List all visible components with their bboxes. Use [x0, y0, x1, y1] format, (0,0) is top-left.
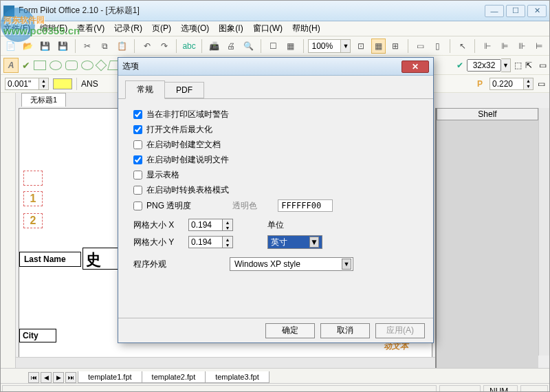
misc2-icon[interactable]: ⇱: [525, 61, 532, 70]
marker-box[interactable]: [23, 171, 43, 186]
diamond-shape-icon[interactable]: [96, 59, 107, 71]
p-input[interactable]: [490, 78, 524, 90]
roundrect-shape-icon[interactable]: [65, 61, 78, 70]
minimize-button[interactable]: —: [485, 5, 504, 17]
menu-image[interactable]: 图象(I): [219, 23, 243, 34]
size-input[interactable]: [467, 59, 501, 72]
chk-blank-doc[interactable]: [133, 140, 142, 149]
saveall-icon[interactable]: 💾: [56, 39, 70, 54]
vertical-scrollbar[interactable]: [538, 108, 549, 356]
grid-y-down[interactable]: ▼: [223, 242, 232, 248]
p-tool-icon[interactable]: ▭: [538, 79, 545, 89]
transp-color-value[interactable]: FFFFFF00: [278, 199, 333, 212]
tool-icon[interactable]: ☐: [266, 39, 280, 54]
menu-edit[interactable]: 编辑(E): [40, 23, 67, 34]
style-value: Windows XP style: [234, 259, 300, 269]
maximize-button[interactable]: ☐: [506, 5, 525, 17]
undo-icon[interactable]: ↶: [140, 39, 154, 54]
chk-show-grid[interactable]: [133, 171, 142, 179]
scan-icon[interactable]: 📠: [207, 39, 221, 54]
align3-icon[interactable]: ⊪: [515, 39, 529, 54]
grid-y-input[interactable]: [188, 236, 223, 248]
check-green-icon[interactable]: ✔: [22, 60, 30, 71]
unit-value: 英寸: [271, 237, 287, 248]
style-select[interactable]: Windows XP style ▼: [230, 257, 353, 271]
menu-record[interactable]: 记录(R): [114, 23, 142, 34]
grid-toggle-icon[interactable]: ▦: [371, 39, 386, 54]
chk-instructions[interactable]: [133, 155, 142, 164]
tab-prev-icon[interactable]: ◀: [41, 372, 52, 383]
redo-icon[interactable]: ↷: [157, 39, 171, 54]
menu-view[interactable]: 查看(V): [77, 23, 104, 34]
tab-first-icon[interactable]: ⏮: [28, 372, 39, 383]
align1-icon[interactable]: ⊩: [480, 39, 494, 54]
tab-last-icon[interactable]: ⏭: [65, 372, 76, 383]
menu-options[interactable]: 选项(O): [181, 23, 209, 34]
menu-help[interactable]: 帮助(H): [292, 23, 320, 34]
size-dropdown[interactable]: ▼: [501, 58, 511, 72]
status-message: [2, 385, 437, 393]
linewidth-down[interactable]: ▼: [39, 84, 48, 89]
chk-png-transparency[interactable]: [133, 202, 142, 210]
chk-grid-mode[interactable]: [133, 186, 142, 195]
transp-color-label: 透明色: [232, 200, 257, 212]
grid-y-up[interactable]: ▲: [223, 237, 232, 242]
zoom-input[interactable]: [308, 39, 341, 53]
file-tab-2[interactable]: template2.fpt: [142, 371, 206, 383]
grid-x-up[interactable]: ▲: [223, 219, 232, 225]
apply-button[interactable]: 应用(A): [375, 323, 425, 338]
menu-window[interactable]: 窗口(W): [253, 23, 283, 34]
tab-next-icon[interactable]: ▶: [53, 372, 64, 383]
ok-button[interactable]: 确定: [265, 323, 315, 338]
misc1-icon[interactable]: ⬚: [514, 61, 522, 70]
copy-icon[interactable]: ⧉: [98, 39, 112, 54]
p-up[interactable]: ▲: [524, 78, 533, 84]
grid-x-down[interactable]: ▼: [223, 225, 232, 230]
dialog-title: 选项: [122, 61, 402, 72]
align4-icon[interactable]: ⊨: [532, 39, 547, 54]
cut-icon[interactable]: ✂: [80, 39, 95, 54]
align2-icon[interactable]: ⊫: [498, 39, 512, 54]
dialog-titlebar[interactable]: 选项 ✕: [118, 58, 433, 76]
circle-shape-icon[interactable]: [81, 61, 94, 70]
menu-page[interactable]: 页(P): [152, 23, 171, 34]
snap-icon[interactable]: ⊞: [388, 39, 403, 54]
tab-pdf[interactable]: PDF: [164, 82, 204, 98]
chk-warn-label: 当在非打印区域时警告: [146, 109, 229, 120]
page-icon[interactable]: ▭: [413, 39, 428, 54]
document-tab[interactable]: 无标题1: [21, 93, 66, 107]
marker-2[interactable]: 2: [23, 213, 43, 228]
close-button[interactable]: ✕: [527, 5, 547, 17]
fill-icon[interactable]: ▦: [283, 39, 298, 54]
color-swatch[interactable]: [53, 78, 72, 89]
rect-shape-icon[interactable]: [34, 61, 46, 70]
print-icon[interactable]: 🖨: [224, 39, 239, 54]
unit-select[interactable]: 英寸 ▼: [267, 235, 322, 249]
linewidth-input[interactable]: [5, 78, 39, 90]
cancel-button[interactable]: 取消: [320, 323, 370, 338]
text-tool-icon[interactable]: A: [3, 58, 19, 73]
font-preview: ANS: [81, 79, 98, 89]
misc3-icon[interactable]: ▭: [539, 61, 547, 70]
horizontal-scrollbar[interactable]: [16, 357, 435, 368]
zoomfit-icon[interactable]: ⊡: [353, 39, 368, 54]
save-icon[interactable]: 💾: [38, 39, 52, 54]
ellipse-shape-icon[interactable]: [50, 61, 62, 70]
marker-1[interactable]: 1: [23, 191, 43, 206]
checkmark-icon[interactable]: ✔: [456, 61, 463, 70]
chk-maximize[interactable]: [133, 125, 142, 134]
file-tab-1[interactable]: template1.fpt: [78, 371, 142, 383]
page2-icon[interactable]: ▯: [430, 39, 445, 54]
pointer-icon[interactable]: ↖: [455, 39, 470, 54]
preview-icon[interactable]: 🔍: [241, 39, 256, 54]
p-down[interactable]: ▼: [524, 84, 533, 89]
tab-general[interactable]: 常规: [125, 80, 165, 99]
paste-icon[interactable]: 📋: [115, 39, 129, 54]
dialog-close-button[interactable]: ✕: [402, 61, 429, 73]
linewidth-up[interactable]: ▲: [39, 78, 48, 84]
zoom-dropdown[interactable]: ▼: [341, 39, 351, 53]
spellcheck-icon[interactable]: abc: [182, 39, 196, 54]
grid-x-input[interactable]: [188, 219, 223, 231]
chk-warn-nonprint[interactable]: [133, 110, 142, 119]
file-tab-3[interactable]: template3.fpt: [205, 371, 270, 383]
